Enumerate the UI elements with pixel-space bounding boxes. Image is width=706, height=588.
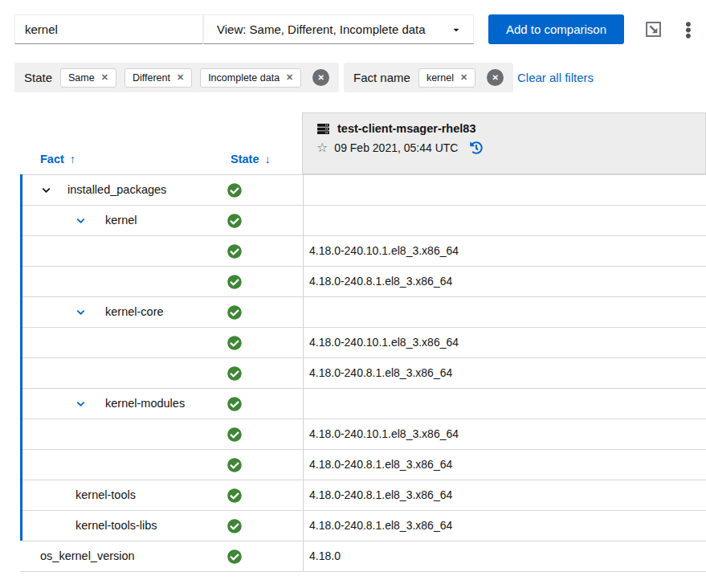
expand-toggle-chevron-down-icon[interactable]	[76, 308, 85, 316]
star-outline-icon[interactable]: ☆	[316, 141, 328, 154]
filter-chip-label: Incomplete data	[208, 72, 280, 84]
fact-name: os_kernel_version	[40, 541, 135, 571]
chip-remove-x-icon[interactable]: ✕	[460, 73, 467, 82]
expand-toggle-chevron-down-icon[interactable]	[76, 399, 85, 408]
table-rows: installed_packageskernel4.18.0-240.10.1.…	[20, 174, 706, 572]
fact-value: 4.18.0	[309, 541, 341, 571]
state-same-check-circle-icon	[227, 397, 242, 411]
filter-chip: Incomplete data✕	[200, 68, 301, 88]
filter-chip: kernel✕	[418, 68, 475, 88]
state-same-check-circle-icon	[227, 519, 242, 533]
filter-group-fact-name: Fact name kernel✕ ✕	[344, 63, 513, 92]
filter-group-label: Fact name	[353, 71, 410, 84]
state-same-check-circle-icon	[227, 458, 242, 472]
state-same-check-circle-icon	[227, 214, 242, 228]
table-row: kernel-modules	[20, 389, 706, 419]
state-column-label: State	[231, 153, 259, 165]
table-row: 4.18.0-240.10.1.el8_3.x86_64	[20, 328, 706, 358]
fact-filter-search-input[interactable]	[14, 14, 203, 44]
system-column-header: test-client-msager-rhel83 ☆ 09 Feb 2021,…	[302, 112, 706, 174]
table-row: kernel-tools4.18.0-240.8.1.el8_3.x86_64	[20, 480, 706, 511]
expand-toggle-chevron-down-icon[interactable]	[42, 186, 51, 194]
fact-value: 4.18.0-240.8.1.el8_3.x86_64	[309, 511, 452, 541]
state-same-check-circle-icon	[227, 427, 242, 442]
state-same-check-circle-icon	[227, 244, 242, 259]
table-row: 4.18.0-240.10.1.el8_3.x86_64	[20, 236, 706, 267]
filter-group-state: State Same✕Different✕Incomplete data✕ ✕	[14, 63, 339, 92]
sort-descending-arrow-icon: ↓	[264, 153, 270, 165]
state-same-check-circle-icon	[227, 488, 242, 503]
system-name: test-client-msager-rhel83	[337, 122, 475, 135]
kebab-menu-button[interactable]	[681, 19, 696, 40]
fact-column-label: Fact	[40, 153, 64, 165]
clear-all-filters-link[interactable]: Clear all filters	[517, 71, 594, 84]
system-last-updated: 09 Feb 2021, 05:44 UTC	[334, 141, 458, 154]
fact-name: kernel-tools-libs	[75, 511, 157, 541]
table-row: installed_packages	[20, 175, 706, 206]
state-same-check-circle-icon	[227, 183, 242, 198]
table-row: kernel-tools-libs4.18.0-240.8.1.el8_3.x8…	[20, 511, 706, 541]
fact-name: installed_packages	[67, 175, 166, 205]
clear-group-times-circle-icon[interactable]: ✕	[487, 69, 504, 86]
fact-name: kernel-core	[105, 297, 164, 327]
filter-chips: kernel✕	[418, 68, 475, 88]
fact-column-sort-header[interactable]: Fact ↑	[40, 153, 75, 165]
chip-remove-x-icon[interactable]: ✕	[177, 73, 184, 82]
filter-group-label: State	[24, 71, 52, 84]
state-same-check-circle-icon	[227, 275, 242, 289]
fact-value: 4.18.0-240.8.1.el8_3.x86_64	[309, 267, 452, 296]
fact-value: 4.18.0-240.10.1.el8_3.x86_64	[309, 328, 459, 357]
table-row: 4.18.0-240.8.1.el8_3.x86_64	[20, 450, 706, 480]
export-icon	[644, 20, 663, 39]
filter-chip-label: kernel	[426, 72, 454, 84]
filter-chip: Different✕	[124, 68, 192, 88]
comparison-table: test-client-msager-rhel83 ☆ 09 Feb 2021,…	[20, 112, 706, 574]
history-icon[interactable]	[470, 141, 483, 154]
add-to-comparison-button[interactable]: Add to comparison	[488, 14, 624, 44]
state-same-check-circle-icon	[227, 549, 242, 564]
fact-value: 4.18.0-240.10.1.el8_3.x86_64	[309, 236, 459, 266]
fact-value: 4.18.0-240.8.1.el8_3.x86_64	[309, 450, 452, 480]
sort-ascending-arrow-icon: ↑	[70, 153, 75, 165]
view-filter-dropdown-value: View: Same, Different, Incomplete data	[217, 22, 426, 36]
fact-name: kernel-modules	[105, 389, 185, 419]
expand-toggle-chevron-down-icon[interactable]	[76, 216, 85, 225]
kebab-menu-icon	[685, 22, 692, 39]
fact-value: 4.18.0-240.8.1.el8_3.x86_64	[309, 358, 452, 388]
table-row: 4.18.0-240.10.1.el8_3.x86_64	[20, 419, 706, 450]
table-row: 4.18.0-240.8.1.el8_3.x86_64	[20, 358, 706, 389]
filter-chip: Same✕	[60, 68, 116, 88]
clear-group-times-circle-icon[interactable]: ✕	[312, 69, 329, 86]
view-filter-dropdown[interactable]: View: Same, Different, Incomplete data	[203, 14, 474, 44]
caret-down-icon	[452, 26, 460, 34]
state-same-check-circle-icon	[227, 366, 242, 381]
table-row: os_kernel_version4.18.0	[20, 541, 706, 572]
table-row: kernel-core	[20, 297, 706, 328]
server-icon	[316, 123, 330, 135]
state-column-sort-header[interactable]: State ↓	[231, 153, 271, 165]
table-row: kernel	[20, 206, 706, 236]
fact-name: kernel-tools	[75, 480, 136, 510]
filter-chip-label: Different	[133, 72, 170, 84]
filter-chip-label: Same	[68, 72, 95, 84]
chip-remove-x-icon[interactable]: ✕	[286, 73, 293, 82]
column-divider	[303, 174, 304, 571]
chip-remove-x-icon[interactable]: ✕	[101, 73, 108, 82]
filter-chips: Same✕Different✕Incomplete data✕	[60, 68, 301, 88]
expanded-section-indicator	[20, 174, 22, 541]
export-button[interactable]	[644, 20, 663, 39]
fact-value: 4.18.0-240.8.1.el8_3.x86_64	[309, 480, 452, 510]
state-same-check-circle-icon	[227, 336, 242, 350]
drift-comparison-page: View: Same, Different, Incomplete data A…	[0, 0, 706, 588]
fact-value: 4.18.0-240.10.1.el8_3.x86_64	[309, 419, 459, 449]
table-row: 4.18.0-240.8.1.el8_3.x86_64	[20, 267, 706, 297]
fact-name: kernel	[105, 206, 137, 235]
state-same-check-circle-icon	[227, 305, 242, 320]
